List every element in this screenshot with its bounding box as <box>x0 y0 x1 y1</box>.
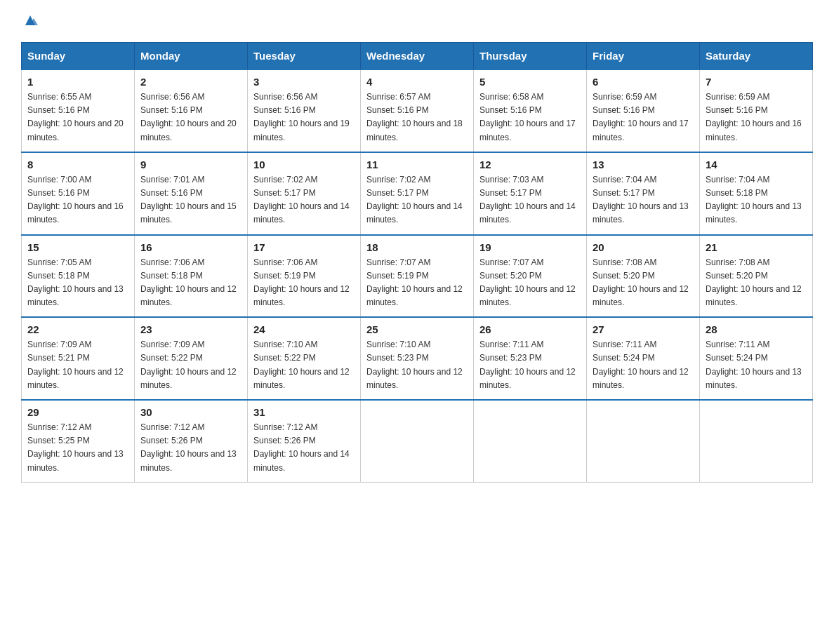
day-number: 25 <box>366 323 468 335</box>
weekday-header-monday: Monday <box>135 43 248 70</box>
day-info: Sunrise: 7:11 AMSunset: 5:24 PMDaylight:… <box>593 338 694 392</box>
day-number: 22 <box>27 323 128 335</box>
day-info: Sunrise: 7:00 AMSunset: 5:16 PMDaylight:… <box>27 173 128 227</box>
day-info: Sunrise: 7:12 AMSunset: 5:26 PMDaylight:… <box>140 421 241 475</box>
calendar-cell: 12Sunrise: 7:03 AMSunset: 5:17 PMDayligh… <box>474 152 587 235</box>
calendar-cell: 22Sunrise: 7:09 AMSunset: 5:21 PMDayligh… <box>22 317 135 400</box>
day-number: 23 <box>140 323 241 335</box>
day-info: Sunrise: 7:01 AMSunset: 5:16 PMDaylight:… <box>140 173 241 227</box>
day-number: 26 <box>479 323 581 335</box>
weekday-header-friday: Friday <box>587 43 700 70</box>
day-info: Sunrise: 7:02 AMSunset: 5:17 PMDaylight:… <box>366 173 468 227</box>
calendar-week-5: 29Sunrise: 7:12 AMSunset: 5:25 PMDayligh… <box>22 400 813 482</box>
calendar-cell: 18Sunrise: 7:07 AMSunset: 5:19 PMDayligh… <box>361 235 474 318</box>
weekday-header-thursday: Thursday <box>474 43 587 70</box>
calendar-cell: 1Sunrise: 6:55 AMSunset: 5:16 PMDaylight… <box>22 69 135 152</box>
weekday-header-wednesday: Wednesday <box>361 43 474 70</box>
calendar-week-1: 1Sunrise: 6:55 AMSunset: 5:16 PMDaylight… <box>22 69 813 152</box>
day-info: Sunrise: 7:05 AMSunset: 5:18 PMDaylight:… <box>27 256 128 310</box>
day-info: Sunrise: 6:59 AMSunset: 5:16 PMDaylight:… <box>593 90 694 145</box>
day-number: 10 <box>253 159 355 170</box>
calendar-cell: 13Sunrise: 7:04 AMSunset: 5:17 PMDayligh… <box>587 152 700 235</box>
weekday-header-row: SundayMondayTuesdayWednesdayThursdayFrid… <box>22 43 813 70</box>
calendar-cell: 24Sunrise: 7:10 AMSunset: 5:22 PMDayligh… <box>248 317 361 400</box>
calendar-body: 1Sunrise: 6:55 AMSunset: 5:16 PMDaylight… <box>22 69 813 482</box>
day-info: Sunrise: 7:09 AMSunset: 5:22 PMDaylight:… <box>140 338 241 392</box>
calendar-cell: 25Sunrise: 7:10 AMSunset: 5:23 PMDayligh… <box>361 317 474 400</box>
calendar-cell: 5Sunrise: 6:58 AMSunset: 5:16 PMDaylight… <box>474 69 587 152</box>
day-number: 15 <box>27 241 128 253</box>
day-number: 3 <box>253 76 355 88</box>
calendar-week-4: 22Sunrise: 7:09 AMSunset: 5:21 PMDayligh… <box>22 317 813 400</box>
calendar-cell: 19Sunrise: 7:07 AMSunset: 5:20 PMDayligh… <box>474 235 587 318</box>
calendar-cell: 16Sunrise: 7:06 AMSunset: 5:18 PMDayligh… <box>135 235 248 318</box>
day-info: Sunrise: 7:12 AMSunset: 5:26 PMDaylight:… <box>253 421 355 475</box>
day-info: Sunrise: 7:06 AMSunset: 5:19 PMDaylight:… <box>253 256 355 310</box>
calendar-cell: 21Sunrise: 7:08 AMSunset: 5:20 PMDayligh… <box>700 235 813 318</box>
day-number: 16 <box>140 241 241 253</box>
weekday-header-sunday: Sunday <box>22 43 135 70</box>
calendar-cell: 27Sunrise: 7:11 AMSunset: 5:24 PMDayligh… <box>587 317 700 400</box>
day-number: 12 <box>479 159 581 170</box>
calendar-cell: 9Sunrise: 7:01 AMSunset: 5:16 PMDaylight… <box>135 152 248 235</box>
day-number: 29 <box>27 406 128 418</box>
day-number: 28 <box>706 323 807 335</box>
day-number: 14 <box>706 159 807 170</box>
calendar-cell: 31Sunrise: 7:12 AMSunset: 5:26 PMDayligh… <box>248 400 361 482</box>
day-info: Sunrise: 7:11 AMSunset: 5:24 PMDaylight:… <box>706 338 807 392</box>
day-info: Sunrise: 7:04 AMSunset: 5:17 PMDaylight:… <box>593 173 694 227</box>
calendar-cell: 29Sunrise: 7:12 AMSunset: 5:25 PMDayligh… <box>22 400 135 482</box>
calendar-cell: 28Sunrise: 7:11 AMSunset: 5:24 PMDayligh… <box>700 317 813 400</box>
day-info: Sunrise: 7:10 AMSunset: 5:22 PMDaylight:… <box>253 338 355 392</box>
day-info: Sunrise: 6:58 AMSunset: 5:16 PMDaylight:… <box>479 90 581 145</box>
calendar-cell: 2Sunrise: 6:56 AMSunset: 5:16 PMDaylight… <box>135 69 248 152</box>
day-number: 24 <box>253 323 355 335</box>
calendar-cell: 10Sunrise: 7:02 AMSunset: 5:17 PMDayligh… <box>248 152 361 235</box>
day-number: 27 <box>593 323 694 335</box>
calendar-cell: 8Sunrise: 7:00 AMSunset: 5:16 PMDaylight… <box>22 152 135 235</box>
day-info: Sunrise: 6:57 AMSunset: 5:16 PMDaylight:… <box>366 90 468 145</box>
day-number: 2 <box>140 76 241 88</box>
calendar-cell: 23Sunrise: 7:09 AMSunset: 5:22 PMDayligh… <box>135 317 248 400</box>
day-number: 7 <box>706 76 807 88</box>
day-number: 30 <box>140 406 241 418</box>
day-number: 20 <box>593 241 694 253</box>
day-info: Sunrise: 7:12 AMSunset: 5:25 PMDaylight:… <box>27 421 128 475</box>
day-info: Sunrise: 7:03 AMSunset: 5:17 PMDaylight:… <box>479 173 581 227</box>
day-info: Sunrise: 7:07 AMSunset: 5:19 PMDaylight:… <box>366 256 468 310</box>
day-info: Sunrise: 7:07 AMSunset: 5:20 PMDaylight:… <box>479 256 581 310</box>
day-number: 31 <box>253 406 355 418</box>
weekday-header-tuesday: Tuesday <box>248 43 361 70</box>
calendar-cell: 17Sunrise: 7:06 AMSunset: 5:19 PMDayligh… <box>248 235 361 318</box>
day-number: 4 <box>366 76 468 88</box>
day-number: 13 <box>593 159 694 170</box>
day-info: Sunrise: 7:08 AMSunset: 5:20 PMDaylight:… <box>706 256 807 310</box>
calendar-table: SundayMondayTuesdayWednesdayThursdayFrid… <box>21 42 813 483</box>
calendar-cell: 15Sunrise: 7:05 AMSunset: 5:18 PMDayligh… <box>22 235 135 318</box>
day-number: 5 <box>479 76 581 88</box>
calendar-cell: 30Sunrise: 7:12 AMSunset: 5:26 PMDayligh… <box>135 400 248 482</box>
day-info: Sunrise: 7:10 AMSunset: 5:23 PMDaylight:… <box>366 338 468 392</box>
day-number: 6 <box>593 76 694 88</box>
calendar-cell <box>587 400 700 482</box>
day-number: 17 <box>253 241 355 253</box>
calendar-cell: 11Sunrise: 7:02 AMSunset: 5:17 PMDayligh… <box>361 152 474 235</box>
day-info: Sunrise: 7:04 AMSunset: 5:18 PMDaylight:… <box>706 173 807 227</box>
calendar-cell: 20Sunrise: 7:08 AMSunset: 5:20 PMDayligh… <box>587 235 700 318</box>
calendar-cell <box>700 400 813 482</box>
day-info: Sunrise: 6:59 AMSunset: 5:16 PMDaylight:… <box>706 90 807 145</box>
calendar-cell: 26Sunrise: 7:11 AMSunset: 5:23 PMDayligh… <box>474 317 587 400</box>
day-number: 19 <box>479 241 581 253</box>
day-info: Sunrise: 7:06 AMSunset: 5:18 PMDaylight:… <box>140 256 241 310</box>
day-info: Sunrise: 7:11 AMSunset: 5:23 PMDaylight:… <box>479 338 581 392</box>
calendar-cell: 7Sunrise: 6:59 AMSunset: 5:16 PMDaylight… <box>700 69 813 152</box>
page-header <box>21 14 813 28</box>
day-info: Sunrise: 7:02 AMSunset: 5:17 PMDaylight:… <box>253 173 355 227</box>
calendar-cell: 3Sunrise: 6:56 AMSunset: 5:16 PMDaylight… <box>248 69 361 152</box>
day-number: 1 <box>27 76 128 88</box>
calendar-cell: 6Sunrise: 6:59 AMSunset: 5:16 PMDaylight… <box>587 69 700 152</box>
day-number: 9 <box>140 159 241 170</box>
logo-triangle-icon <box>22 13 38 28</box>
day-info: Sunrise: 6:56 AMSunset: 5:16 PMDaylight:… <box>140 90 241 145</box>
day-info: Sunrise: 7:09 AMSunset: 5:21 PMDaylight:… <box>27 338 128 392</box>
